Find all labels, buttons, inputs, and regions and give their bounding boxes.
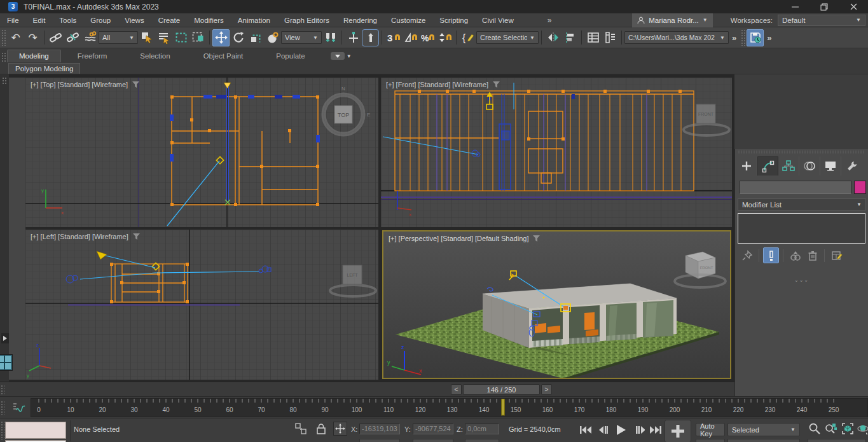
tab-display[interactable] [820,156,841,176]
track-bar-ruler[interactable]: 0102030405060708090100110120130140150160… [31,398,868,417]
viewport-front[interactable]: x FRONT [+] [Front] [Standard] [Wirefram… [381,78,732,227]
previous-frame-key-button[interactable] [595,422,612,438]
named-selection-set-combobox[interactable]: Create Selection Se ▼ [476,31,539,44]
key-filter-selected-dropdown[interactable]: Selected ▼ [727,423,800,436]
next-frame-key-button[interactable] [632,422,649,438]
selection-filter-dropdown[interactable]: All ▼ [99,31,138,44]
isolate-selection-toggle[interactable] [294,422,308,436]
tab-hierarchy[interactable] [778,156,799,176]
menu-overflow-chevron[interactable]: » [542,16,557,25]
absolute-mode-transform-toggle[interactable] [333,422,347,436]
select-object-button[interactable] [138,29,155,46]
viewport-front-label[interactable]: [+] [Front] [Standard] [Wireframe] [386,81,500,88]
align-button[interactable] [561,29,579,46]
viewport-layout-preset-button[interactable] [0,354,13,371]
zoom-button[interactable] [808,422,822,436]
minimize-button[interactable] [780,0,809,13]
command-panel-grip[interactable] [738,150,865,154]
keyboard-shortcut-override-toggle[interactable] [362,29,379,46]
spinner-snap-toggle-button[interactable] [436,29,453,46]
menu-scripting[interactable]: Scripting [432,13,475,27]
pin-stack-button[interactable] [739,247,755,263]
ribbon-tab-populate[interactable]: Populate [259,50,321,62]
ribbon-tab-modeling[interactable]: Modeling [7,50,61,62]
select-and-place-button[interactable] [264,29,281,46]
use-pivot-point-center-button[interactable] [322,29,339,46]
autobackup-save-button[interactable] [747,29,764,46]
next-frame-button[interactable]: > [541,384,552,395]
toolbar-grip-2[interactable] [741,29,745,46]
show-end-result-button[interactable] [763,247,779,263]
z-coordinate-field[interactable]: 0,0cm [465,424,499,434]
leftstrip-grip[interactable] [2,77,7,85]
menu-civil-view[interactable]: Civil View [475,13,521,27]
viewport-perspective-label[interactable]: [+] [Perspective] [Standard] [Default Sh… [389,235,540,242]
rollout-scroll-indicator[interactable]: ⌄⌄⌄ [794,277,810,283]
go-to-start-button[interactable] [577,422,594,438]
filter-funnel-icon[interactable] [533,235,540,242]
y-coordinate-field[interactable]: -90677,524 [413,424,453,434]
toolbar-overflow-chevron-1[interactable]: » [729,33,740,43]
ribbon-tab-object-paint[interactable]: Object Paint [187,50,260,62]
ribbon-panel-polygon-modeling[interactable]: Polygon Modeling [8,63,80,74]
set-keys-button[interactable] [665,420,691,442]
viewport-top[interactable]: y x TOP E N [+] [Top] [Standard] [Wirefr… [25,78,378,227]
filter-funnel-icon[interactable] [132,81,139,88]
select-and-link-button[interactable] [47,29,64,46]
toggle-layer-explorer-button[interactable] [602,29,619,46]
viewport-top-label[interactable]: [+] [Top] [Standard] [Wireframe] [31,81,139,88]
ribbon-tab-selection[interactable]: Selection [123,50,186,62]
workspace-dropdown[interactable]: Default ▼ [778,15,865,26]
select-by-name-button[interactable] [155,29,172,46]
x-coordinate-field[interactable]: -16319,103 [359,424,400,434]
orbit-button[interactable] [856,422,868,436]
select-and-scale-button[interactable] [247,29,264,46]
statusbar-grip[interactable] [1,421,4,440]
modifier-stack[interactable] [738,213,865,244]
maxscript-mini-listener[interactable] [5,422,66,439]
undo-button[interactable]: ↶ [7,29,24,46]
menu-views[interactable]: Views [118,13,151,27]
menu-edit[interactable]: Edit [26,13,53,27]
select-and-manipulate-button[interactable] [345,29,362,46]
go-to-end-button[interactable] [647,422,664,438]
project-folder-dropdown[interactable]: C:\Users\Mari...\3ds Max 202 ▼ [624,31,729,44]
viewport-left-label[interactable]: [+] [Left] [Standard] [Wireframe] [31,233,140,240]
select-and-rotate-button[interactable] [230,29,247,46]
window-crossing-toggle-button[interactable] [189,29,207,46]
bind-to-spacewarp-button[interactable] [81,29,99,46]
percent-snap-toggle-button[interactable]: % [419,29,436,46]
play-animation-button[interactable] [612,422,631,438]
selection-lock-toggle[interactable] [314,422,328,436]
redo-button[interactable]: ↷ [24,29,41,46]
ribbon-minimize-button[interactable]: ▼ [331,52,352,60]
auto-key-button[interactable]: Auto Key [696,423,725,436]
select-and-move-button[interactable] [212,29,230,46]
tab-motion[interactable] [799,156,820,176]
playhead[interactable] [502,399,505,415]
modifier-list-dropdown[interactable]: Modifier List ▼ [738,198,866,211]
ribbon-tab-freeform[interactable]: Freeform [61,50,124,62]
toolbar-grip[interactable] [1,29,6,46]
tab-modify[interactable] [757,156,778,176]
maximize-button[interactable] [809,0,839,13]
menu-group[interactable]: Group [83,13,118,27]
object-color-swatch[interactable] [854,181,866,194]
zoom-extents-button[interactable] [841,422,855,436]
mirror-button[interactable] [544,29,561,46]
viewport-perspective[interactable]: FRONT z y x [+] [Perspective] [Standard]… [382,230,731,379]
trackbar-grip[interactable] [1,401,4,415]
toolbar-overflow-chevron-2[interactable]: » [764,33,775,43]
zoom-all-button[interactable] [824,422,838,436]
make-unique-button[interactable] [787,247,803,263]
tab-create[interactable] [736,156,757,176]
ribbon-grip[interactable] [1,52,6,62]
snaps-toggle-3d-button[interactable]: 3 [385,29,402,46]
previous-frame-button[interactable]: < [451,384,462,395]
remove-modifier-button[interactable] [804,247,820,263]
viewport-left[interactable]: z y LEFT [+] [Left] [Standard] [Wirefram… [25,230,378,380]
mini-curve-editor-button[interactable] [10,400,27,415]
filter-funnel-icon[interactable] [493,81,500,88]
menu-modifiers[interactable]: Modifiers [187,13,231,27]
timeslider-grip[interactable] [1,385,4,395]
